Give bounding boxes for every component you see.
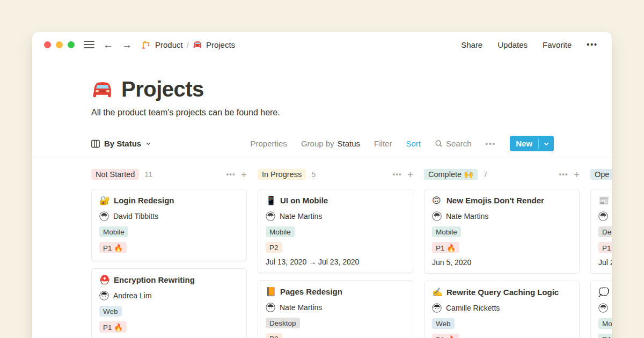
board-column-open: Ope 📰 P N Des P1 🔥 Jul 2 bbox=[590, 168, 612, 338]
column-header: In Progress 5 ••• + bbox=[258, 168, 413, 181]
card-title: UI on Mobile bbox=[280, 196, 328, 205]
mobile-phone-icon: 📱 bbox=[266, 195, 275, 205]
group-by-label: Group by bbox=[301, 139, 334, 148]
back-arrow-icon[interactable]: ← bbox=[103, 40, 113, 50]
breadcrumb: Product / Projects bbox=[142, 40, 235, 49]
avatar bbox=[432, 211, 442, 221]
share-button[interactable]: Share bbox=[461, 40, 482, 49]
avatar bbox=[99, 211, 109, 221]
status-badge[interactable]: Not Started bbox=[91, 169, 139, 180]
minimize-window-button[interactable] bbox=[56, 41, 63, 48]
new-button-label: New bbox=[510, 136, 538, 151]
card-title: Encryption Rewriting bbox=[114, 275, 195, 284]
car-icon bbox=[91, 78, 114, 101]
sort-button[interactable]: Sort bbox=[406, 139, 421, 148]
properties-button[interactable]: Properties bbox=[251, 139, 287, 148]
card-date: Jul 2 bbox=[598, 258, 612, 267]
person-name: Nate Martins bbox=[280, 212, 322, 221]
status-badge[interactable]: Ope bbox=[590, 169, 612, 180]
status-badge[interactable]: In Progress bbox=[258, 169, 306, 180]
hamburger-menu-icon[interactable] bbox=[84, 41, 94, 49]
avatar bbox=[266, 211, 275, 221]
column-count: 11 bbox=[144, 170, 152, 179]
view-selector[interactable]: By Status bbox=[91, 139, 151, 148]
chevron-down-icon bbox=[145, 141, 151, 146]
project-card[interactable]: ✍️ Rewrite Query Caching Logic Camille R… bbox=[424, 281, 580, 338]
group-by-value: Status bbox=[338, 139, 361, 148]
favorite-button[interactable]: Favorite bbox=[543, 40, 572, 49]
status-badge[interactable]: Complete 🙌 bbox=[424, 169, 478, 180]
priority-tag: P4 bbox=[598, 334, 612, 338]
forward-arrow-icon[interactable]: → bbox=[122, 40, 132, 50]
avatar bbox=[432, 303, 442, 313]
priority-tag: P1 🔥 bbox=[99, 321, 127, 333]
project-card[interactable]: 🙃 New Emojis Don't Render Nate Martins M… bbox=[424, 189, 580, 274]
person-name: David Tibbitts bbox=[113, 212, 158, 221]
upside-down-face-icon: 🙃 bbox=[432, 195, 442, 205]
column-add-icon[interactable]: + bbox=[241, 170, 247, 180]
project-card[interactable]: ⛑️ Encryption Rewriting Andrea Lim Web P… bbox=[91, 268, 247, 338]
search-button[interactable]: Search bbox=[435, 139, 472, 148]
writing-hand-icon: ✍️ bbox=[432, 287, 442, 297]
column-header: Complete 🙌 7 ••• + bbox=[424, 168, 580, 181]
window-topbar: ← → Product / Projects Share Updates Fav… bbox=[32, 32, 612, 57]
crane-icon bbox=[142, 40, 151, 49]
zoom-window-button[interactable] bbox=[68, 41, 75, 48]
column-add-icon[interactable]: + bbox=[407, 170, 413, 180]
filter-button[interactable]: Filter bbox=[374, 139, 392, 148]
column-count: 7 bbox=[483, 170, 487, 179]
column-more-icon[interactable]: ••• bbox=[559, 171, 568, 178]
column-count: 5 bbox=[311, 170, 316, 179]
column-more-icon[interactable]: ••• bbox=[226, 171, 236, 178]
board-view-icon bbox=[91, 139, 100, 148]
search-label: Search bbox=[446, 139, 472, 148]
kanban-board: Not Started 11 ••• + 🔐 Login Redesign Da… bbox=[32, 168, 612, 338]
new-button[interactable]: New bbox=[510, 136, 554, 151]
more-options-icon[interactable]: ••• bbox=[587, 40, 598, 49]
project-card[interactable]: 💭 C S Mob P4 bbox=[590, 281, 612, 338]
breadcrumb-item-product[interactable]: Product bbox=[142, 40, 183, 49]
project-card[interactable]: 🔐 Login Redesign David Tibbitts Mobile P… bbox=[91, 189, 247, 261]
lock-with-key-icon: 🔐 bbox=[99, 195, 109, 205]
updates-button[interactable]: Updates bbox=[497, 40, 528, 49]
priority-tag: P2 bbox=[266, 333, 282, 338]
search-icon bbox=[435, 139, 443, 148]
card-title: Rewrite Query Caching Logic bbox=[447, 288, 559, 297]
app-window: ← → Product / Projects Share Updates Fav… bbox=[32, 32, 612, 338]
platform-tag: Mob bbox=[598, 318, 612, 329]
newspaper-icon: 📰 bbox=[598, 195, 608, 205]
avatar bbox=[598, 303, 608, 313]
page-description: All the product team's projects can be f… bbox=[91, 108, 612, 117]
priority-tag: P1 🔥 bbox=[432, 334, 459, 338]
card-date: Jun 5, 2020 bbox=[432, 258, 572, 267]
view-toolbar: By Status Properties Group by Status Fil… bbox=[32, 136, 612, 157]
thought-balloon-icon: 💭 bbox=[598, 287, 608, 297]
priority-tag: P1 🔥 bbox=[99, 242, 127, 253]
card-title: New Emojis Don't Render bbox=[447, 196, 544, 205]
breadcrumb-item-projects[interactable]: Projects bbox=[193, 40, 235, 49]
column-more-icon[interactable]: ••• bbox=[393, 171, 402, 178]
board-column-in-progress: In Progress 5 ••• + 📱 UI on Mobile Nate … bbox=[258, 168, 413, 338]
person-name: Nate Martins bbox=[446, 212, 488, 221]
board-column-complete: Complete 🙌 7 ••• + 🙃 New Emojis Don't Re… bbox=[424, 168, 580, 338]
topbar-actions: Share Updates Favorite ••• bbox=[461, 40, 598, 49]
platform-tag: Web bbox=[99, 306, 122, 317]
card-title: Login Redesign bbox=[114, 196, 174, 205]
toolbar-more-icon[interactable]: ••• bbox=[486, 139, 496, 148]
person-name: Camille Ricketts bbox=[446, 304, 500, 312]
avatar bbox=[99, 291, 109, 300]
priority-tag: P2 bbox=[266, 242, 282, 253]
column-add-icon[interactable]: + bbox=[574, 170, 580, 180]
close-window-button[interactable] bbox=[44, 41, 51, 48]
project-card[interactable]: 📙 Pages Redesign Nate Martins Desktop P2 bbox=[258, 280, 413, 338]
priority-tag: P1 🔥 bbox=[432, 242, 459, 253]
priority-tag: P1 🔥 bbox=[598, 242, 612, 253]
group-by-button[interactable]: Group by Status bbox=[301, 139, 360, 148]
page-header: Projects All the product team's projects… bbox=[32, 57, 612, 117]
project-card[interactable]: 📱 UI on Mobile Nate Martins Mobile P2 Ju… bbox=[258, 189, 413, 273]
project-card[interactable]: 📰 P N Des P1 🔥 Jul 2 bbox=[590, 189, 612, 274]
avatar bbox=[598, 211, 608, 221]
platform-tag: Mobile bbox=[432, 226, 461, 237]
platform-tag: Web bbox=[432, 318, 455, 329]
chevron-down-icon[interactable] bbox=[539, 136, 554, 151]
